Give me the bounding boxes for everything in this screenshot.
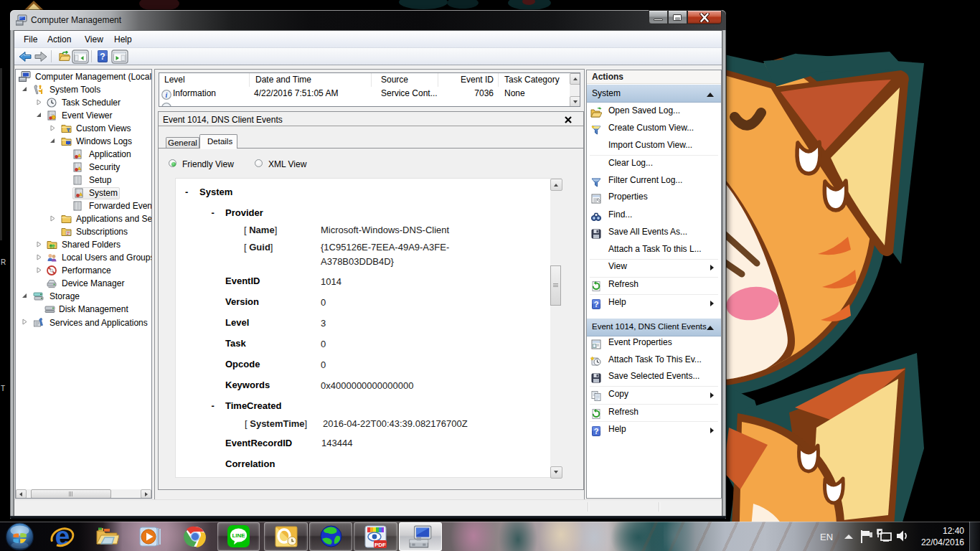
- svg-text:T: T: [1, 385, 5, 392]
- svg-text:i: i: [166, 91, 168, 99]
- svg-text:?: ?: [594, 427, 599, 435]
- svg-text:?: ?: [100, 52, 105, 62]
- svg-text:LINE: LINE: [232, 532, 245, 539]
- svg-text:e: e: [55, 522, 70, 551]
- svg-text:?: ?: [594, 300, 599, 309]
- svg-text:PDF: PDF: [374, 542, 386, 548]
- svg-text:R: R: [1, 258, 6, 266]
